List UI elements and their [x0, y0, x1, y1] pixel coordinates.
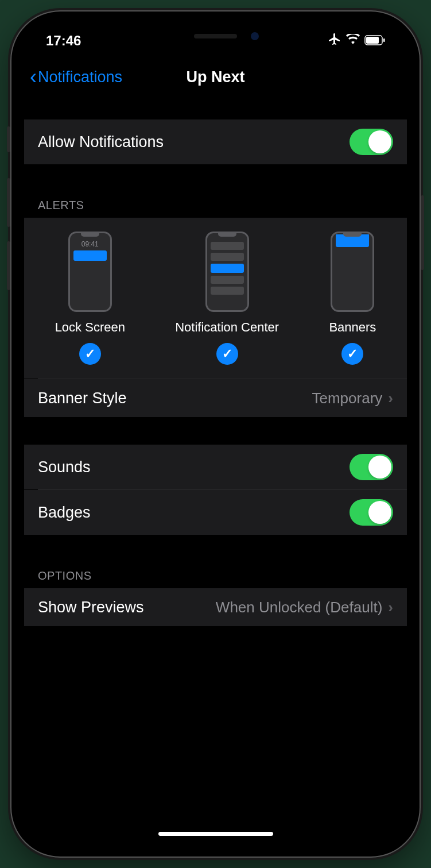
show-previews-row[interactable]: Show Previews When Unlocked (Default) › [24, 588, 407, 626]
allow-notifications-label: Allow Notifications [38, 133, 164, 151]
phone-frame: 17:46 ‹ Notifications Up Next [11, 11, 420, 857]
wifi-icon [346, 33, 360, 49]
back-button[interactable]: ‹ Notifications [30, 67, 122, 87]
banner-style-row[interactable]: Banner Style Temporary › [24, 379, 407, 417]
page-title: Up Next [186, 68, 244, 86]
alert-banners[interactable]: Banners ✓ [329, 232, 376, 365]
alert-lock-label: Lock Screen [55, 320, 125, 335]
svg-rect-2 [383, 38, 385, 42]
allow-notifications-toggle[interactable] [350, 129, 393, 155]
nav-bar: ‹ Notifications Up Next [24, 57, 407, 97]
volume-up-button [7, 178, 10, 227]
notch [135, 24, 296, 48]
home-indicator[interactable] [158, 832, 273, 836]
check-icon: ✓ [79, 343, 101, 365]
banner-style-value: Temporary [312, 389, 383, 407]
show-previews-label: Show Previews [38, 599, 144, 616]
badges-toggle[interactable] [350, 499, 393, 526]
chevron-right-icon: › [388, 599, 393, 616]
toggle-knob [368, 130, 391, 153]
sounds-toggle[interactable] [350, 454, 393, 480]
sounds-row: Sounds [24, 445, 407, 489]
battery-icon [364, 33, 385, 49]
alert-lock-screen[interactable]: 09:41 Lock Screen ✓ [55, 232, 125, 365]
screen: 17:46 ‹ Notifications Up Next [24, 24, 407, 844]
svg-rect-1 [366, 37, 379, 44]
options-header: OPTIONS [24, 562, 407, 588]
toggle-knob [368, 501, 391, 524]
sounds-label: Sounds [38, 458, 91, 476]
chevron-right-icon: › [388, 389, 393, 407]
airplane-mode-icon [328, 32, 341, 49]
show-previews-value: When Unlocked (Default) [216, 599, 382, 616]
check-icon: ✓ [216, 343, 238, 365]
badges-row: Badges [24, 490, 407, 535]
content: Allow Notifications ALERTS 09:41 Lock Sc… [24, 97, 407, 626]
lock-screen-icon: 09:41 [68, 232, 112, 312]
banner-style-label: Banner Style [38, 389, 127, 407]
alerts-row: 09:41 Lock Screen ✓ [24, 218, 407, 379]
status-time: 17:46 [46, 33, 81, 49]
allow-notifications-row: Allow Notifications [24, 119, 407, 164]
speaker-grille [194, 34, 237, 38]
badges-label: Badges [38, 504, 91, 522]
notification-center-icon [205, 232, 249, 312]
check-icon: ✓ [341, 343, 363, 365]
front-camera [251, 32, 259, 40]
chevron-left-icon: ‹ [30, 67, 37, 87]
power-button [421, 195, 424, 270]
alert-notification-center[interactable]: Notification Center ✓ [175, 232, 279, 365]
alert-banners-label: Banners [329, 320, 376, 335]
banners-icon [331, 232, 374, 312]
alert-center-label: Notification Center [175, 320, 279, 335]
toggle-knob [368, 456, 391, 479]
alerts-header: ALERTS [24, 192, 407, 218]
volume-down-button [7, 241, 10, 290]
mute-switch [7, 126, 10, 152]
back-label: Notifications [38, 68, 122, 86]
